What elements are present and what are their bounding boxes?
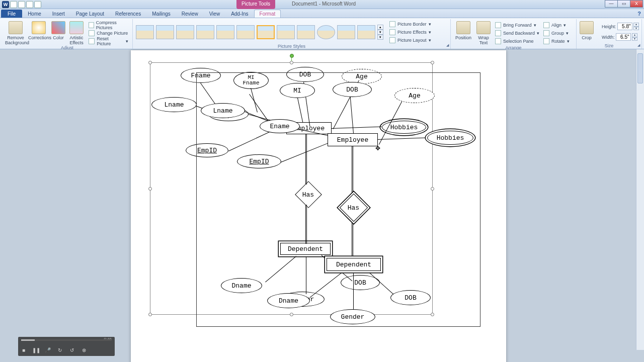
media-undo-button[interactable]: ↺ <box>68 347 75 354</box>
picture-effects-button[interactable]: Picture Effects▾ <box>388 28 432 36</box>
media-mic-button[interactable]: 🎤 <box>44 347 51 354</box>
compress-icon <box>89 22 94 28</box>
style-thumb[interactable] <box>196 25 214 39</box>
styles-dialog-launcher[interactable]: ◢ <box>445 43 450 48</box>
position-label: Position <box>454 35 473 40</box>
crop-icon <box>580 21 594 34</box>
ribbon-tabstrip: File Home Insert Page Layout References … <box>0 9 644 18</box>
width-icon <box>596 35 601 40</box>
picture-border-button[interactable]: Picture Border▾ <box>388 20 432 28</box>
rotation-handle[interactable] <box>290 54 294 58</box>
minimize-button[interactable]: — <box>605 0 618 8</box>
tab-home[interactable]: Home <box>22 10 47 18</box>
selection-pane-button[interactable]: Selection Pane <box>494 37 540 45</box>
tab-format[interactable]: Format <box>254 10 281 18</box>
picture-layout-icon <box>389 37 395 43</box>
align-label: Align <box>551 23 561 28</box>
style-thumb[interactable] <box>277 25 295 39</box>
resize-handle-w[interactable] <box>148 187 152 191</box>
position-button[interactable]: Position <box>454 20 473 40</box>
bring-forward-button[interactable]: Bring Forward▾ <box>494 21 540 29</box>
media-cancel-button[interactable]: ⊗ <box>80 347 88 354</box>
rotate-button[interactable]: Rotate▾ <box>542 37 571 45</box>
gallery-up-button[interactable]: ▴ <box>377 25 383 30</box>
picture-layout-button[interactable]: Picture Layout▾ <box>388 36 432 44</box>
media-progress-track[interactable] <box>21 339 112 341</box>
color-label: Color <box>51 35 65 40</box>
erd-attr-age: Age <box>394 88 435 103</box>
style-thumb[interactable] <box>357 25 375 39</box>
tab-insert[interactable]: Insert <box>47 10 70 18</box>
word-icon[interactable]: W <box>2 1 9 8</box>
crop-button[interactable]: Crop <box>580 20 594 40</box>
gallery-more-button[interactable]: ▾ <box>377 35 383 40</box>
wrap-text-button[interactable]: Wrap Text <box>475 20 492 45</box>
compress-pictures-button[interactable]: Compress Pictures <box>88 21 129 29</box>
erd-line <box>379 98 404 145</box>
help-button[interactable]: ? <box>634 10 644 18</box>
send-backward-label: Send Backward <box>503 31 535 36</box>
title-bar: W Picture Tools Document1 - Microsoft Wo… <box>0 0 644 9</box>
resize-handle-sw[interactable] <box>148 313 152 316</box>
wrap-text-icon <box>476 21 491 34</box>
width-label: Width: <box>602 35 615 40</box>
tab-mailings[interactable]: Mailings <box>146 10 176 18</box>
height-input[interactable] <box>617 23 632 30</box>
picture-effects-label: Picture Effects <box>397 30 427 35</box>
style-thumb[interactable] <box>176 25 194 39</box>
height-up[interactable]: ▴ <box>633 23 639 27</box>
send-backward-button[interactable]: Send Backward▾ <box>494 29 540 37</box>
size-dialog-launcher[interactable]: ◢ <box>636 43 641 48</box>
erd-line <box>297 96 303 123</box>
qat-more-icon[interactable] <box>34 1 41 8</box>
vertical-scrollbar[interactable] <box>636 49 644 350</box>
width-up[interactable]: ▴ <box>632 33 637 37</box>
redo-icon[interactable] <box>26 1 33 8</box>
selection-pane-icon <box>495 38 501 44</box>
group-button[interactable]: Group▾ <box>542 29 571 37</box>
maximize-button[interactable]: ▭ <box>617 0 630 8</box>
remove-background-button[interactable]: Remove Background <box>5 20 26 45</box>
tab-view[interactable]: View <box>204 10 226 18</box>
scrollbar-thumb[interactable] <box>637 53 643 83</box>
media-stop-button[interactable]: ■ <box>20 347 27 354</box>
tab-review[interactable]: Review <box>176 10 204 18</box>
document-page[interactable]: Fname MIFname DOB Age Lname Ename Employ… <box>131 50 506 362</box>
media-redo-button[interactable]: ↻ <box>56 347 63 354</box>
style-thumb[interactable] <box>236 25 255 39</box>
save-icon[interactable] <box>10 1 17 8</box>
tab-file[interactable]: File <box>1 10 22 18</box>
change-picture-icon <box>89 30 95 36</box>
undo-icon[interactable] <box>18 1 25 8</box>
style-thumb[interactable] <box>257 25 275 39</box>
height-down[interactable]: ▾ <box>633 27 639 31</box>
media-pause-button[interactable]: ❚❚ <box>32 347 39 354</box>
color-icon <box>51 21 65 34</box>
width-input[interactable] <box>616 33 631 41</box>
resize-handle-nw[interactable] <box>148 61 152 64</box>
document-title: Document1 - Microsoft Word <box>292 1 356 7</box>
resize-handle-ne[interactable] <box>431 61 434 64</box>
close-button[interactable]: X <box>630 0 643 8</box>
artistic-effects-label: Artistic Effects <box>67 35 86 45</box>
style-thumb[interactable] <box>337 25 355 39</box>
style-thumb[interactable] <box>156 25 174 39</box>
erd-canvas[interactable]: MI DOB Age Lname Ename Employee Hobbies … <box>196 72 480 327</box>
tab-references[interactable]: References <box>110 10 146 18</box>
style-thumb[interactable] <box>136 25 154 39</box>
color-button[interactable]: Color <box>51 20 65 40</box>
style-thumb[interactable] <box>216 25 234 39</box>
corrections-button[interactable]: Corrections <box>28 20 49 40</box>
width-down[interactable]: ▾ <box>632 37 637 41</box>
tab-add-ins[interactable]: Add-Ins <box>225 10 254 18</box>
compress-label: Compress Pictures <box>96 20 128 30</box>
resize-handle-n[interactable] <box>290 61 293 64</box>
reset-picture-button[interactable]: Reset Picture▾ <box>88 37 129 45</box>
height-label: Height: <box>602 24 616 29</box>
gallery-down-button[interactable]: ▾ <box>377 30 383 35</box>
style-thumb[interactable] <box>317 25 335 39</box>
style-thumb[interactable] <box>297 25 315 39</box>
artistic-effects-button[interactable]: Artistic Effects <box>67 20 86 45</box>
align-button[interactable]: Align▾ <box>542 21 571 29</box>
tab-page-layout[interactable]: Page Layout <box>70 10 110 18</box>
